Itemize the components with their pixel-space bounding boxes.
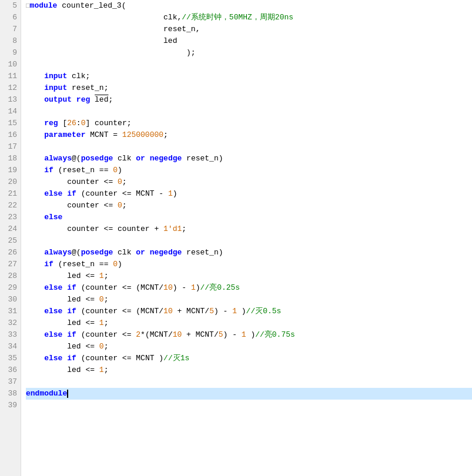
code-line-13: output reg led;	[26, 94, 472, 106]
code-line-38: endmodule	[26, 388, 472, 400]
code-line-24: counter <= counter + 1'd1;	[26, 223, 472, 235]
code-line-23: else	[26, 212, 472, 223]
code-line-14	[26, 106, 472, 118]
code-line-36: led <= 1;	[26, 364, 472, 376]
code-line-21: else if (counter <= MCNT - 1)	[26, 188, 472, 200]
code-line-19: if (reset_n == 0)	[26, 165, 472, 176]
code-line-16: parameter MCNT = 125000000;	[26, 129, 472, 141]
code-line-12: input reset_n;	[26, 82, 472, 94]
code-content[interactable]: □module counter_led_3( clk,//系统时钟，50MHZ，…	[21, 0, 472, 476]
code-line-35: else if (counter <= MCNT )//灭1s	[26, 353, 472, 364]
code-line-18: always@(posedge clk or negedge reset_n)	[26, 153, 472, 165]
code-line-15: reg [26:0] counter;	[26, 118, 472, 129]
code-line-31: else if (counter <= (MCNT/10 + MCNT/5) -…	[26, 306, 472, 317]
code-line-28: led <= 1;	[26, 270, 472, 282]
line-numbers: 5 6 7 8 9 10 11 12 13 14 15 16 17 18 19 …	[0, 0, 21, 476]
code-line-20: counter <= 0;	[26, 176, 472, 188]
code-line-30: led <= 0;	[26, 294, 472, 306]
code-line-25	[26, 235, 472, 247]
code-line-29: else if (counter <= (MCNT/10) - 1)//亮0.2…	[26, 282, 472, 294]
code-line-11: input clk;	[26, 71, 472, 82]
code-editor: 5 6 7 8 9 10 11 12 13 14 15 16 17 18 19 …	[0, 0, 472, 476]
code-line-8: led	[26, 35, 472, 47]
code-line-5: □module counter_led_3(	[26, 0, 472, 12]
code-line-34: led <= 0;	[26, 341, 472, 353]
code-line-32: led <= 1;	[26, 317, 472, 329]
code-line-6: clk,//系统时钟，50MHZ，周期20ns	[26, 12, 472, 24]
code-line-17	[26, 141, 472, 153]
code-line-39	[26, 400, 472, 411]
code-line-27: if (reset_n == 0)	[26, 259, 472, 270]
code-line-22: counter <= 0;	[26, 200, 472, 212]
code-line-33: else if (counter <= 2*(MCNT/10 + MCNT/5)…	[26, 329, 472, 341]
code-line-7: reset_n,	[26, 24, 472, 35]
code-line-10	[26, 59, 472, 71]
code-line-26: always@(posedge clk or negedge reset_n)	[26, 247, 472, 259]
code-line-37	[26, 376, 472, 388]
code-line-9: );	[26, 47, 472, 59]
